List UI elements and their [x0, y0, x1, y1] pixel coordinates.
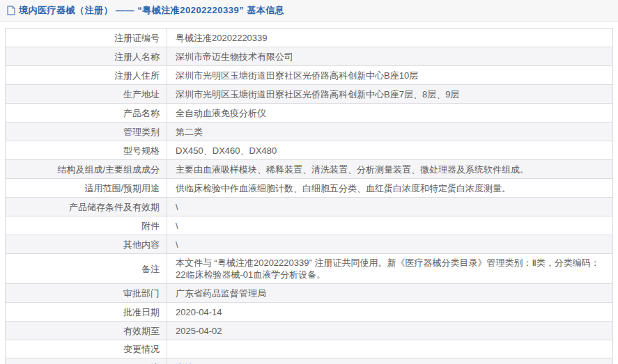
row-value-text: 第二类 [176, 126, 604, 138]
row-value: 深圳市帝迈生物技术有限公司 [167, 47, 612, 65]
row-value: \ [167, 216, 612, 235]
table-row: 生产地址 深圳市光明区玉塘街道田寮社区光侨路高科创新中心B座7层、8层、9层 [6, 85, 612, 104]
table-row: 批准日期 2020-04-14 [6, 303, 612, 322]
row-value: 深圳市光明区玉塘街道田寮社区光侨路高科创新中心B座7层、8层、9层 [167, 85, 612, 103]
info-table: 注册证编号 粤械注准20202220339 注册人名称 深圳市帝迈生物技术有限公… [5, 28, 613, 364]
row-label: 产品名称 [6, 104, 167, 122]
row-value-text: 2025-04-02 [176, 325, 604, 337]
row-value-text: 深圳市帝迈生物技术有限公司 [176, 51, 604, 63]
row-label-note: 注 [6, 358, 167, 364]
table-row: 注册证编号 粤械注准20202220339 [6, 29, 612, 47]
table-row: 审批部门 广东省药品监督管理局 [6, 284, 612, 303]
row-label: 其他内容 [6, 235, 167, 253]
row-value: 深圳市光明区玉塘街道田寮社区光侨路高科创新中心B座10层 [167, 66, 612, 84]
table-row: 注 详情 [6, 358, 612, 364]
row-label: 备注 [6, 254, 167, 283]
row-value-text: 主要由血液吸样模块、稀释装置、清洗装置、分析测量装置、微处理器及系统软件组成。 [176, 164, 604, 175]
table-row: 产品储存条件及有效期 \ [6, 198, 612, 216]
row-value-text: 深圳市光明区玉塘街道田寮社区光侨路高科创新中心B座10层 [176, 70, 604, 81]
row-value: 第二类 [167, 122, 612, 141]
row-value-text: 供临床检验中作血液细胞计数、白细胞五分类、血红蛋白浓度和特定蛋白浓度测量。 [176, 182, 604, 194]
row-value-text: \ [176, 220, 604, 232]
row-value-text: \ [176, 239, 604, 251]
row-label: 型号规格 [6, 141, 167, 159]
row-value-text: 2020-04-14 [176, 306, 604, 318]
row-value-text: 深圳市光明区玉塘街道田寮社区光侨路高科创新中心B座7层、8层、9层 [176, 88, 604, 100]
row-value: \ [167, 198, 612, 216]
table-row: 其他内容 \ [6, 235, 612, 254]
row-value: \ [167, 235, 612, 253]
table-row: 备注 本文件与 “粤械注准20202220339” 注册证共同使用。新《医疗器械… [6, 254, 612, 284]
row-label: 适用范围/预期用途 [6, 179, 167, 197]
row-value: 本文件与 “粤械注准20202220339” 注册证共同使用。新《医疗器械分类目… [167, 254, 612, 283]
table-row: 结构及组成/主要组成成分 主要由血液吸样模块、稀释装置、清洗装置、分析测量装置、… [6, 160, 612, 179]
table-row: 附件 \ [6, 216, 612, 235]
row-label: 注册人名称 [6, 47, 167, 65]
row-value-text: 粤械注准20202220339 [176, 32, 604, 44]
row-value: 粤械注准20202220339 [167, 29, 612, 47]
table-row: 型号规格 DX450、DX460、DX480 [6, 141, 612, 160]
row-value [167, 340, 612, 358]
row-value-text: 全自动血液免疫分析仪 [176, 107, 604, 119]
row-label: 管理类别 [6, 122, 167, 141]
table-row: 注册人名称 深圳市帝迈生物技术有限公司 [6, 47, 612, 66]
row-label: 结构及组成/主要组成成分 [6, 160, 167, 178]
row-label: 批准日期 [6, 303, 167, 321]
row-value: 2020-04-14 [167, 303, 612, 321]
row-value: 详情 [167, 358, 612, 364]
row-value: 全自动血液免疫分析仪 [167, 104, 612, 122]
table-row: 管理类别 第二类 [6, 122, 612, 141]
row-value: 广东省药品监督管理局 [167, 284, 612, 302]
row-value-text: 本文件与 “粤械注准20202220339” 注册证共同使用。新《医疗器械分类目… [176, 257, 604, 280]
table-row: 变更情况 [6, 340, 612, 358]
table-row: 产品名称 全自动血液免疫分析仪 [6, 104, 612, 122]
row-value: 主要由血液吸样模块、稀释装置、清洗装置、分析测量装置、微处理器及系统软件组成。 [167, 160, 612, 178]
row-label: 审批部门 [6, 284, 167, 302]
row-label: 生产地址 [6, 85, 167, 103]
row-value-text: DX450、DX460、DX480 [176, 145, 604, 157]
table-row: 有效期至 2025-04-02 [6, 322, 612, 340]
row-value: DX450、DX460、DX480 [167, 141, 612, 159]
row-label: 产品储存条件及有效期 [6, 198, 167, 216]
row-label: 附件 [6, 216, 167, 235]
document-icon [7, 6, 15, 15]
row-label: 注册人住所 [6, 66, 167, 84]
table-row: 注册人住所 深圳市光明区玉塘街道田寮社区光侨路高科创新中心B座10层 [6, 66, 612, 85]
row-value-text: \ [176, 201, 604, 213]
page-title: 境内医疗器械（注册） —— “粤械注准20202220339” 基本信息 [19, 4, 284, 17]
row-label: 变更情况 [6, 340, 167, 358]
row-value-text: 广东省药品监督管理局 [176, 287, 604, 299]
row-label: 有效期至 [6, 322, 167, 340]
row-value: 2025-04-02 [167, 322, 612, 340]
table-row: 适用范围/预期用途 供临床检验中作血液细胞计数、白细胞五分类、血红蛋白浓度和特定… [6, 179, 612, 198]
page-header: 境内医疗器械（注册） —— “粤械注准20202220339” 基本信息 [0, 0, 618, 22]
row-label: 注册证编号 [6, 29, 167, 47]
row-value: 供临床检验中作血液细胞计数、白细胞五分类、血红蛋白浓度和特定蛋白浓度测量。 [167, 179, 612, 197]
